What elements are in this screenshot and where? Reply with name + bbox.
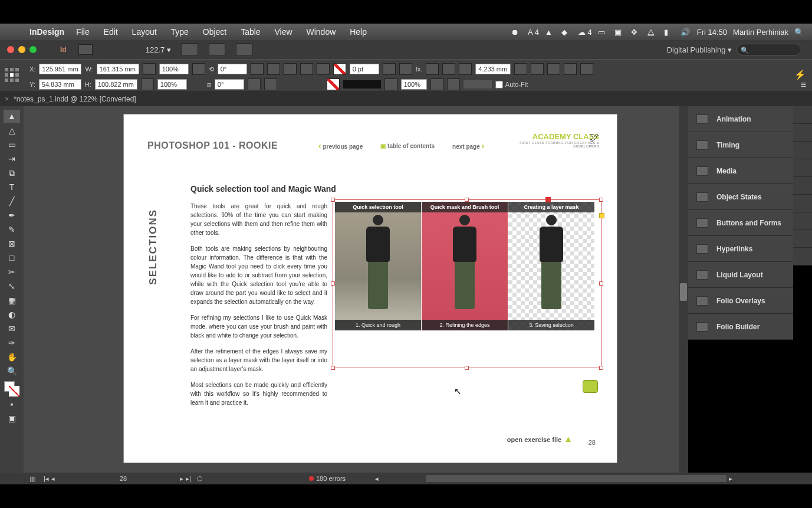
frame-fitting-icon[interactable] <box>459 63 472 75</box>
menu-edit[interactable]: Edit <box>98 27 124 37</box>
page-nav-next[interactable]: ▸ <box>180 475 183 483</box>
collapsed-panel-icon[interactable] <box>793 177 812 195</box>
preflight-errors[interactable]: 180 errors <box>309 475 346 482</box>
page-nav-first[interactable]: |◂ <box>44 475 49 483</box>
gradient-swatch-tool[interactable]: ▦ <box>4 294 20 307</box>
selection-tool[interactable]: ▲ <box>4 110 20 123</box>
spotlight-icon[interactable]: 🔍 <box>794 28 804 37</box>
open-exercise-link[interactable]: open exercise file▲ <box>507 434 573 444</box>
scale-x-field[interactable] <box>159 64 189 74</box>
video-play-icon[interactable] <box>583 380 598 393</box>
zoom-level[interactable]: 122.7 ▾ <box>146 45 171 54</box>
align-4[interactable] <box>564 63 577 75</box>
volume-icon[interactable]: 🔊 <box>680 28 691 36</box>
document-tab[interactable]: *notes_ps_1.indd @ 122% [Converted] <box>14 95 136 103</box>
apply-color[interactable]: ▪ <box>4 398 20 411</box>
corner-options-icon[interactable] <box>383 63 396 75</box>
rectangle-tool[interactable]: □ <box>4 251 20 264</box>
collapsed-panel-icon[interactable] <box>793 106 812 124</box>
quick-apply-icon[interactable]: ⚡ <box>794 69 806 80</box>
w-field[interactable] <box>97 64 139 74</box>
shear-field[interactable] <box>215 79 244 90</box>
panel-object-states[interactable]: Object States <box>688 184 793 210</box>
panel-buttons-forms[interactable]: Buttons and Forms <box>688 210 793 236</box>
display-icon[interactable]: ▭ <box>598 28 609 36</box>
autofit-checkbox[interactable]: Auto-Fit <box>495 81 528 89</box>
eyedropper-tool[interactable]: ✑ <box>4 336 20 349</box>
hand-tool[interactable]: ✋ <box>4 350 20 363</box>
nav-next[interactable]: next page › <box>452 141 484 150</box>
screen-mode[interactable] <box>209 43 225 56</box>
flag-icon[interactable]: ▮ <box>664 28 675 36</box>
creative-cloud-icon[interactable]: ☁ 4 <box>578 28 592 37</box>
menu-object[interactable]: Object <box>197 27 232 37</box>
document-canvas[interactable]: PHOTOSHOP 101 - ROOKIE ‹ previous page ▣… <box>24 106 688 473</box>
wifi-icon[interactable]: ⧋ <box>647 28 658 36</box>
page-nav-prev[interactable]: ◂ <box>51 475 55 483</box>
panel-animation[interactable]: Animation <box>688 106 793 132</box>
minimize-window[interactable] <box>18 46 25 53</box>
rotate-ccw-icon[interactable] <box>251 63 264 75</box>
tab-close-icon[interactable]: × <box>0 95 14 103</box>
zoom-window[interactable] <box>29 46 37 53</box>
panel-folio-overlays[interactable]: Folio Overlays <box>688 288 793 314</box>
constrain-icon-2[interactable] <box>141 78 154 90</box>
select-container-icon[interactable] <box>248 78 261 90</box>
gradient-feather-tool[interactable]: ◐ <box>4 308 20 321</box>
opacity-icon[interactable] <box>384 78 397 90</box>
y-field[interactable] <box>39 79 81 90</box>
line-tool[interactable]: ╱ <box>4 195 20 208</box>
panel-hyperlinks[interactable]: Hyperlinks <box>688 236 793 262</box>
hscroll-left[interactable]: ◂ <box>375 475 379 483</box>
wrap-jump-icon[interactable] <box>430 78 443 90</box>
zoom-status-icon[interactable]: ▥ <box>29 475 35 483</box>
note-tool[interactable]: ✉ <box>4 322 20 335</box>
type-tool[interactable]: T <box>4 181 20 194</box>
screen-record-icon[interactable]: ⏺ <box>511 28 522 36</box>
clock[interactable]: Fri 14:50 <box>697 28 727 37</box>
menu-window[interactable]: Window <box>300 27 341 37</box>
select-content-icon[interactable] <box>264 78 277 90</box>
wrap-object-icon[interactable] <box>447 78 460 90</box>
bridge-button[interactable] <box>78 44 93 55</box>
content-grabber[interactable] <box>599 213 604 218</box>
zoom-tool[interactable]: 🔍 <box>4 365 20 378</box>
menu-table[interactable]: Table <box>235 27 266 37</box>
hscroll-right[interactable]: ▸ <box>729 475 732 483</box>
opacity-field[interactable] <box>401 79 427 90</box>
drop-shadow-icon[interactable] <box>399 63 412 75</box>
dropbox-icon[interactable]: ▲ <box>545 28 555 36</box>
align-5[interactable] <box>580 63 593 75</box>
gdrive-icon[interactable]: ◆ <box>561 28 572 36</box>
stroke-swatch[interactable] <box>327 78 340 90</box>
stroke-style[interactable] <box>343 80 381 89</box>
nav-toc[interactable]: ▣ table of contents <box>380 143 435 149</box>
gap-tool[interactable]: ⇥ <box>4 152 20 165</box>
horizontal-scrollbar[interactable] <box>426 475 726 482</box>
fill-swatch[interactable] <box>333 63 346 75</box>
panel-folio-builder[interactable]: Folio Builder <box>688 314 793 340</box>
collapsed-panel-icon[interactable] <box>793 124 812 142</box>
gap-field[interactable] <box>475 64 511 74</box>
panel-timing[interactable]: Timing <box>688 132 793 158</box>
menu-help[interactable]: Help <box>344 27 373 37</box>
reference-point[interactable] <box>5 68 21 84</box>
menu-view[interactable]: View <box>269 27 298 37</box>
collapsed-panel-icon[interactable] <box>793 142 812 159</box>
align-3[interactable] <box>547 63 560 75</box>
constrain-icon[interactable] <box>143 63 156 75</box>
panel-liquid-layout[interactable]: Liquid Layout <box>688 262 793 288</box>
wrap-around-icon[interactable] <box>442 63 455 75</box>
link-scale-icon[interactable] <box>192 63 205 75</box>
scale-y-field[interactable] <box>157 79 187 90</box>
panel-media[interactable]: Media <box>688 158 793 184</box>
fx-label[interactable]: fx. <box>416 65 423 73</box>
stroke-weight[interactable] <box>350 64 379 74</box>
direct-selection-tool[interactable]: △ <box>4 124 20 137</box>
panel-menu-icon[interactable]: ≡ <box>801 80 806 90</box>
wrap-none-icon[interactable] <box>426 63 439 75</box>
user-name[interactable]: Martin Perhiniak <box>733 28 788 37</box>
flip-v-icon[interactable] <box>317 63 330 75</box>
adobe-badge[interactable]: A 4 <box>528 28 539 37</box>
h-field[interactable] <box>95 79 137 90</box>
